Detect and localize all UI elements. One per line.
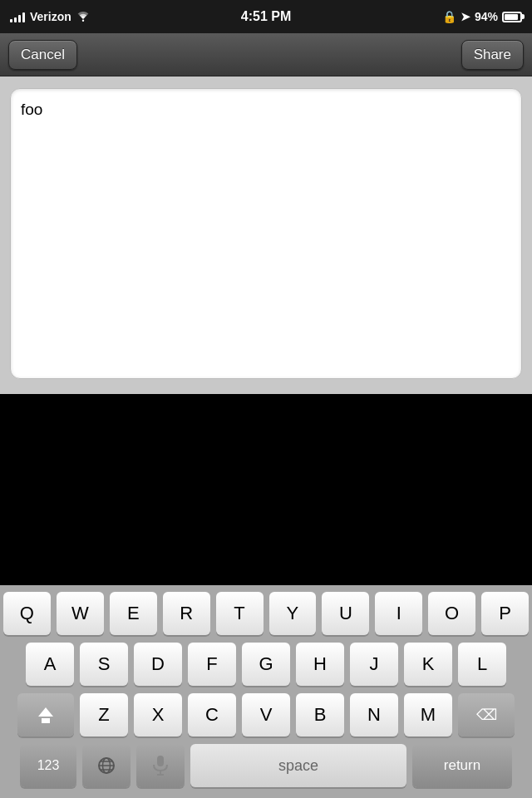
- keyboard-row-4: 123 space return: [3, 744, 529, 787]
- numbers-button[interactable]: 123: [20, 744, 76, 787]
- cancel-button[interactable]: Cancel: [8, 40, 77, 70]
- key-f[interactable]: F: [188, 643, 236, 686]
- key-t[interactable]: T: [216, 592, 264, 635]
- key-e[interactable]: E: [110, 592, 157, 635]
- key-n[interactable]: N: [350, 693, 398, 736]
- return-button[interactable]: return: [412, 744, 512, 787]
- key-o[interactable]: O: [428, 592, 475, 635]
- key-m[interactable]: M: [404, 693, 452, 736]
- location-icon: ➤: [461, 10, 470, 23]
- key-k[interactable]: K: [404, 643, 452, 686]
- status-bar: Verizon 4:51 PM 🔒 ➤ 94%: [0, 0, 532, 33]
- key-b[interactable]: B: [296, 693, 344, 736]
- key-j[interactable]: J: [350, 643, 398, 686]
- key-c[interactable]: C: [188, 693, 236, 736]
- key-i[interactable]: I: [375, 592, 422, 635]
- key-l[interactable]: L: [458, 643, 506, 686]
- space-button[interactable]: space: [190, 744, 406, 787]
- globe-button[interactable]: [82, 744, 131, 787]
- svg-rect-6: [157, 756, 164, 766]
- key-r[interactable]: R: [163, 592, 210, 635]
- wifi-icon: [76, 12, 90, 22]
- key-a[interactable]: A: [26, 643, 74, 686]
- text-input[interactable]: foo: [10, 88, 522, 379]
- key-x[interactable]: X: [134, 693, 182, 736]
- key-u[interactable]: U: [322, 592, 369, 635]
- delete-icon: ⌫: [476, 706, 497, 724]
- signal-bars-icon: [10, 11, 25, 22]
- key-g[interactable]: G: [242, 643, 290, 686]
- keyboard: Q W E R T Y U I O P A S D F G H J K L Z …: [0, 585, 532, 798]
- nav-bar: Cancel Share: [0, 33, 532, 76]
- key-s[interactable]: S: [80, 643, 128, 686]
- key-y[interactable]: Y: [269, 592, 317, 635]
- keyboard-row-1: Q W E R T Y U I O P: [3, 592, 529, 635]
- key-h[interactable]: H: [296, 643, 344, 686]
- battery-icon: [502, 12, 522, 22]
- key-p[interactable]: P: [481, 592, 529, 635]
- mic-button[interactable]: [136, 744, 185, 787]
- keyboard-row-2: A S D F G H J K L: [3, 643, 529, 686]
- text-area-container: foo: [0, 76, 532, 394]
- key-q[interactable]: Q: [3, 592, 51, 635]
- mic-icon: [152, 755, 169, 776]
- carrier-label: Verizon: [30, 10, 71, 23]
- key-z[interactable]: Z: [80, 693, 128, 736]
- share-button[interactable]: Share: [461, 40, 524, 70]
- key-v[interactable]: V: [242, 693, 290, 736]
- battery-percent: 94%: [475, 10, 498, 23]
- keyboard-row-3: Z X C V B N M ⌫: [3, 693, 529, 736]
- lock-icon: 🔒: [442, 10, 456, 23]
- delete-button[interactable]: ⌫: [458, 693, 515, 736]
- key-w[interactable]: W: [57, 592, 104, 635]
- status-left: Verizon: [10, 10, 90, 23]
- status-right: 🔒 ➤ 94%: [442, 10, 522, 23]
- status-time: 4:51 PM: [241, 9, 291, 24]
- shift-button[interactable]: [17, 693, 74, 736]
- svg-point-0: [82, 20, 84, 22]
- globe-icon: [97, 756, 116, 775]
- key-d[interactable]: D: [134, 643, 182, 686]
